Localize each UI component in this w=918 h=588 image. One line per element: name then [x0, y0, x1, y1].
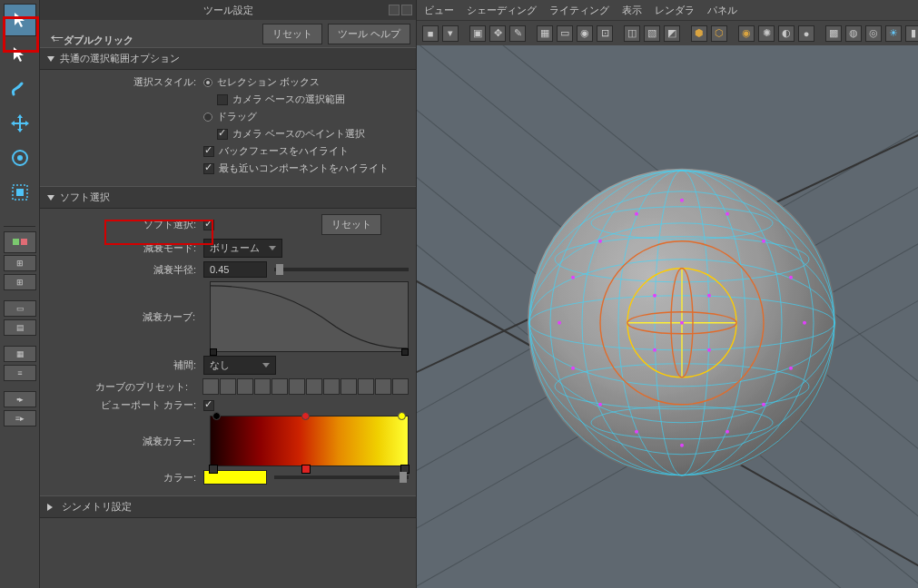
soft-reset-button[interactable]: リセット: [321, 214, 381, 235]
vp-2d-pan-icon[interactable]: ✥: [489, 25, 506, 42]
menu-panels[interactable]: パネル: [707, 4, 737, 17]
preset-3[interactable]: [237, 378, 253, 395]
svg-point-56: [707, 348, 711, 352]
vp-camera-icon[interactable]: ■: [422, 25, 439, 42]
vp-image-plane-icon[interactable]: ▣: [469, 25, 486, 42]
svg-point-37: [680, 444, 684, 447]
soft-select-checkbox[interactable]: [203, 220, 214, 230]
svg-point-49: [789, 276, 793, 279]
snap-toggle-button[interactable]: [4, 231, 36, 253]
grid-plus-a[interactable]: ⊞: [4, 255, 36, 271]
curve-handle-start[interactable]: [210, 348, 217, 356]
svg-point-54: [707, 294, 711, 298]
vp-gate-mask-icon[interactable]: ◉: [577, 25, 593, 42]
svg-point-50: [571, 367, 575, 370]
gradient-stop-black[interactable]: [212, 412, 221, 420]
tool-settings-panel: ツール設定 リセット ツール ヘルプ 共通の選択範囲オプション 選択スタイル: …: [40, 0, 417, 588]
vp-grease-pencil-icon[interactable]: ✎: [509, 25, 526, 42]
menu-lighting[interactable]: ライティング: [549, 4, 609, 17]
viewport-canvas[interactable]: [417, 45, 918, 588]
preset-2[interactable]: [220, 378, 236, 395]
menu-shading[interactable]: シェーディング: [467, 4, 537, 17]
preset-custom[interactable]: [392, 378, 409, 395]
vp-all-icon[interactable]: ▧: [644, 25, 660, 42]
selection-box-radio[interactable]: [203, 78, 212, 87]
close-panel-icon[interactable]: [401, 5, 412, 15]
preset-5[interactable]: [271, 378, 288, 395]
paint-select-tool-button[interactable]: [4, 73, 36, 105]
preset-9[interactable]: [341, 378, 357, 395]
falloff-radius-input[interactable]: [203, 261, 267, 278]
vp-light-icon[interactable]: ◉: [738, 25, 755, 42]
rotate-tool-button[interactable]: [4, 142, 36, 174]
vp-motion-icon[interactable]: ●: [798, 25, 814, 42]
preset-6[interactable]: [289, 378, 305, 395]
reset-button[interactable]: リセット: [262, 24, 322, 44]
soft-section-header[interactable]: ソフト選択: [40, 186, 416, 209]
preset-1[interactable]: [202, 378, 219, 395]
common-section-header[interactable]: 共通の選択範囲オプション: [40, 47, 416, 70]
soft-select-label: ソフト選択:: [40, 218, 203, 231]
menu-renderer[interactable]: レンダラ: [655, 4, 695, 17]
falloff-mode-dropdown[interactable]: ボリューム: [203, 239, 282, 258]
panel-toggle-c[interactable]: ▪▸: [4, 391, 36, 407]
preset-8[interactable]: [323, 378, 340, 395]
svg-point-52: [680, 321, 684, 325]
vp-gamma-icon[interactable]: ▮: [905, 25, 918, 42]
undock-icon[interactable]: [389, 5, 400, 15]
drag-radio[interactable]: [203, 113, 212, 122]
vp-exposure-icon[interactable]: ☀: [885, 25, 902, 42]
gradient-stop-yellow[interactable]: [398, 412, 406, 420]
menu-show[interactable]: 表示: [622, 4, 642, 17]
vp-tex-icon[interactable]: ▩: [825, 25, 842, 42]
gradient-stop-red[interactable]: [301, 412, 310, 420]
panel-toggle-a[interactable]: ▦: [4, 346, 36, 362]
vp-shadow-icon[interactable]: ✺: [758, 25, 775, 42]
camera-base-select-checkbox[interactable]: [217, 94, 228, 105]
vp-safe-icon[interactable]: ⊡: [597, 25, 613, 42]
move-tool-button[interactable]: [4, 107, 36, 140]
preset-10[interactable]: [358, 378, 374, 395]
vp-bookmark-icon[interactable]: ▾: [442, 25, 459, 42]
scale-tool-button[interactable]: [4, 176, 36, 209]
symmetry-section-header[interactable]: シンメトリ設定: [40, 495, 416, 518]
vp-aa-icon[interactable]: ◍: [845, 25, 862, 42]
svg-point-46: [635, 430, 638, 434]
grid-plus-b[interactable]: ⊞: [4, 274, 36, 290]
curve-handle-end[interactable]: [401, 348, 409, 356]
camera-base-paint-checkbox[interactable]: [217, 129, 228, 140]
vp-grid-icon[interactable]: ▦: [537, 25, 553, 42]
falloff-radius-slider[interactable]: [274, 268, 409, 271]
preset-4[interactable]: [254, 378, 271, 395]
lasso-tool-button[interactable]: [4, 38, 36, 71]
vp-wire-icon[interactable]: ◫: [624, 25, 640, 42]
svg-point-47: [726, 430, 729, 434]
gradient-marker-mid[interactable]: [301, 465, 311, 474]
vp-isolate-icon[interactable]: ⬢: [691, 25, 707, 42]
panel-toggle-b[interactable]: ≡: [4, 365, 36, 381]
gradient-marker-left[interactable]: [209, 465, 218, 474]
viewport-color-checkbox[interactable]: [203, 400, 214, 411]
vp-dof-icon[interactable]: ◎: [865, 25, 882, 42]
layout-a[interactable]: ▭: [4, 300, 36, 317]
layout-b[interactable]: ▤: [4, 319, 36, 336]
panel-toggle-d[interactable]: ≡▸: [4, 410, 36, 426]
interp-dropdown[interactable]: なし: [203, 356, 276, 375]
menu-view[interactable]: ビュー: [424, 4, 454, 17]
viewport-color-label: ビューポート カラー:: [40, 398, 203, 412]
vp-ao-icon[interactable]: ◐: [778, 25, 795, 42]
viewport-menubar: ビュー シェーディング ライティング 表示 レンダラ パネル: [417, 0, 918, 20]
svg-point-53: [653, 294, 656, 298]
tool-help-button[interactable]: ツール ヘルプ: [328, 24, 410, 44]
preset-7[interactable]: [306, 378, 322, 395]
vp-xray-icon[interactable]: ⬡: [711, 25, 727, 42]
vp-film-gate-icon[interactable]: ▭: [557, 25, 573, 42]
preset-11[interactable]: [375, 378, 391, 395]
falloff-color-gradient[interactable]: [210, 416, 409, 466]
backface-highlight-checkbox[interactable]: [203, 146, 214, 157]
nearest-highlight-checkbox[interactable]: [203, 163, 214, 174]
falloff-curve-graph[interactable]: [210, 281, 409, 352]
vp-poly-icon[interactable]: ◩: [664, 25, 680, 42]
select-tool-button[interactable]: [4, 4, 36, 36]
color-slider[interactable]: [274, 475, 409, 479]
